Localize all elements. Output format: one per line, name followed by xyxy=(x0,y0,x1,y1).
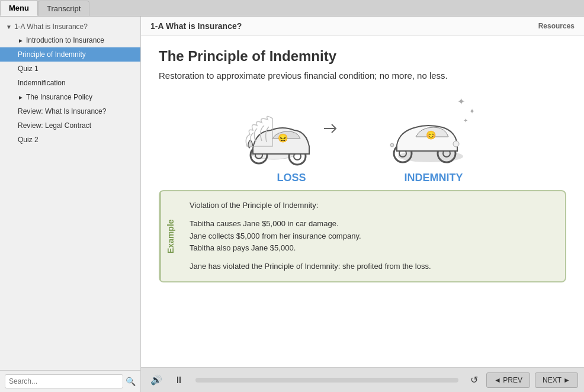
svg-text:✦: ✦ xyxy=(463,117,468,124)
sidebar-item-indemnity[interactable]: Principle of Indemnity xyxy=(0,47,140,62)
indemnity-car-svg: ✦ ✦ ✦ xyxy=(380,90,487,167)
sidebar-item-indemnification[interactable]: Indemnification xyxy=(0,76,140,90)
search-input[interactable] xyxy=(5,374,123,388)
resources-link[interactable]: Resources xyxy=(538,22,575,30)
tab-transcript[interactable]: Transcript xyxy=(38,1,89,16)
content-body: The Principle of Indemnity Restoration t… xyxy=(141,36,584,367)
sidebar-nav: ▼ 1-A What is Insurance? ► Introduction … xyxy=(0,17,140,370)
progress-bar[interactable] xyxy=(195,378,458,383)
content-area: 1-A What is Insurance? Resources The Pri… xyxy=(141,17,584,367)
slide-title: The Principle of Indemnity xyxy=(159,48,566,65)
content-header: 1-A What is Insurance? Resources xyxy=(141,17,584,36)
sidebar-search-bar: 🔍 xyxy=(0,370,140,392)
sidebar-item-quiz1[interactable]: Quiz 1 xyxy=(0,62,140,76)
slide-subtitle: Restoration to approximate previous fina… xyxy=(159,70,566,81)
nav-section-title[interactable]: ▼ 1-A What is Insurance? xyxy=(0,19,140,33)
tab-menu[interactable]: Menu xyxy=(0,0,38,16)
prev-button[interactable]: ◄ PREV xyxy=(486,372,530,388)
pause-button[interactable]: ⏸ xyxy=(171,372,187,388)
svg-text:😖: 😖 xyxy=(278,133,288,143)
example-lines: Tabitha causes Jane $5,000 in car damage… xyxy=(190,218,431,255)
loss-car-svg: 😖 xyxy=(238,90,345,167)
policy-arrow-icon: ► xyxy=(18,94,24,101)
refresh-button[interactable]: ↺ xyxy=(467,372,482,388)
cars-illustration: 😖 xyxy=(159,90,566,184)
next-button[interactable]: NEXT ► xyxy=(535,372,578,388)
sidebar-item-insurance-policy[interactable]: ► The Insurance Policy xyxy=(0,90,140,104)
intro-arrow-icon: ► xyxy=(18,37,24,44)
svg-point-16 xyxy=(390,143,394,147)
app-container: Menu Transcript ▼ 1-A What is Insurance?… xyxy=(0,0,584,392)
example-box: Example Violation of the Principle of In… xyxy=(159,190,566,282)
main-area: ▼ 1-A What is Insurance? ► Introduction … xyxy=(0,17,584,392)
sidebar-item-review-insurance[interactable]: Review: What Is Insurance? xyxy=(0,104,140,118)
loss-car-section: 😖 xyxy=(238,90,345,184)
sidebar-item-intro[interactable]: ► Introduction to Insurance xyxy=(0,33,140,47)
volume-button[interactable]: 🔊 xyxy=(147,372,166,388)
section-arrow-icon: ▼ xyxy=(6,24,12,30)
indemnity-label: INDEMNITY xyxy=(405,172,463,184)
svg-text:😊: 😊 xyxy=(426,130,437,140)
content-header-title: 1-A What is Insurance? xyxy=(150,21,242,31)
svg-text:✦: ✦ xyxy=(469,107,475,115)
top-tabs: Menu Transcript xyxy=(0,0,584,17)
sidebar-item-review-legal[interactable]: Review: Legal Contract xyxy=(0,118,140,133)
svg-point-15 xyxy=(453,141,459,147)
example-vertical-label: Example xyxy=(160,191,180,281)
sidebar: ▼ 1-A What is Insurance? ► Introduction … xyxy=(0,17,141,392)
indemnity-car-section: ✦ ✦ ✦ xyxy=(380,90,487,184)
example-content: Violation of the Principle of Indemnity:… xyxy=(180,191,441,281)
svg-text:✦: ✦ xyxy=(457,97,465,107)
search-button[interactable]: 🔍 xyxy=(126,377,136,386)
loss-label: LOSS xyxy=(277,172,306,184)
example-conclusion: Jane has violated the Principle of Indem… xyxy=(190,261,431,273)
bottom-bar: 🔊 ⏸ ↺ ◄ PREV NEXT ► xyxy=(141,367,584,392)
example-violation: Violation of the Principle of Indemnity: xyxy=(190,200,431,212)
sidebar-item-quiz2[interactable]: Quiz 2 xyxy=(0,133,140,147)
right-panel: 1-A What is Insurance? Resources The Pri… xyxy=(141,17,584,392)
